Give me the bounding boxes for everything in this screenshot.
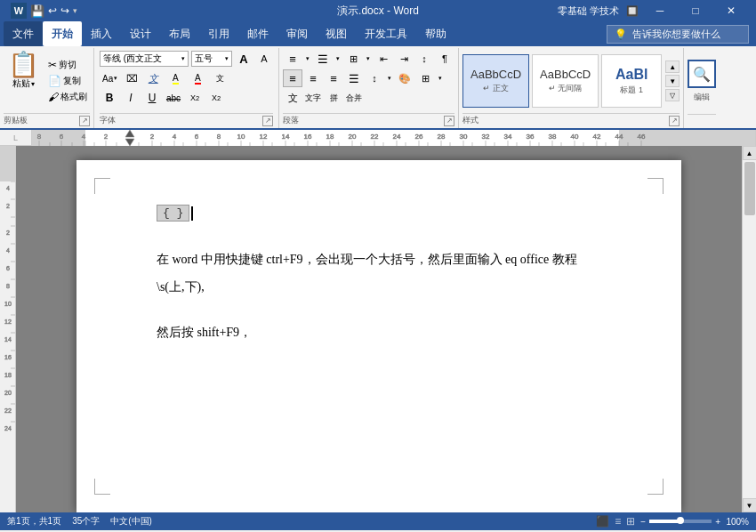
- minimize-btn[interactable]: ─: [646, 0, 674, 21]
- sort-btn[interactable]: ↕: [414, 50, 434, 68]
- font-color-btn[interactable]: A: [188, 69, 207, 87]
- subscript-btn[interactable]: X2: [185, 89, 205, 107]
- print-layout-view-btn[interactable]: ⬛: [596, 515, 609, 528]
- paste-button[interactable]: 📋 粘贴▾: [4, 50, 44, 112]
- search-btn[interactable]: 🔍: [688, 60, 716, 88]
- svg-text:2: 2: [104, 133, 109, 141]
- menu-item-insert[interactable]: 插入: [82, 21, 121, 46]
- multilevel-dropdown[interactable]: ▾: [364, 50, 373, 68]
- menu-item-file[interactable]: 文件: [4, 21, 43, 46]
- wenzige-btn[interactable]: 文字: [303, 89, 323, 107]
- numbering-btn[interactable]: ☰: [313, 50, 333, 68]
- paragraph-dialog-launcher[interactable]: ↗: [444, 116, 454, 126]
- align-center-btn[interactable]: ≡: [303, 69, 323, 87]
- strikethrough-btn[interactable]: abc: [164, 89, 183, 107]
- underline-btn[interactable]: U: [142, 89, 162, 107]
- zoom-in-btn[interactable]: +: [715, 517, 720, 527]
- text-effect-btn[interactable]: 文: [143, 69, 163, 87]
- font-name-select[interactable]: 等线 (西文正文 ▾: [100, 51, 189, 67]
- styles-section: AaBbCcD ↵ 正文 AaBbCcD ↵ 无间隔 AaBl 标题 1 ▲ ▼…: [459, 48, 684, 128]
- menu-item-help[interactable]: 帮助: [416, 21, 455, 46]
- menu-item-developer[interactable]: 开发工具: [356, 21, 416, 46]
- show-marks-btn[interactable]: ¶: [435, 50, 454, 68]
- scroll-thumb[interactable]: [744, 162, 755, 215]
- style-heading1[interactable]: AaBl 标题 1: [601, 54, 662, 108]
- menu-item-mailings[interactable]: 邮件: [238, 21, 277, 46]
- redo-quick-btn[interactable]: ↪: [60, 4, 69, 17]
- align-left-btn[interactable]: ≡: [283, 69, 302, 87]
- save-quick-btn[interactable]: 💾: [30, 4, 44, 18]
- clipboard-dialog-launcher[interactable]: ↗: [79, 116, 90, 126]
- style-no-spacing[interactable]: AaBbCcD ↵ 无间隔: [532, 54, 599, 108]
- styles-dialog-launcher[interactable]: ↗: [669, 116, 680, 126]
- svg-text:10: 10: [237, 133, 245, 141]
- svg-text:4: 4: [6, 185, 10, 191]
- paragraph-section: ≡ ▾ ☰ ▾ ⊞ ▾ ⇤ ⇥ ↕ ¶ ≡ ≡ ≡ ☰ ↕ ▾ 🎨 ⊞: [279, 48, 459, 128]
- styles-expand[interactable]: ▽: [665, 89, 680, 101]
- bold-btn[interactable]: B: [100, 89, 119, 107]
- align-right-btn[interactable]: ≡: [324, 69, 343, 87]
- ruler-corner[interactable]: L: [0, 130, 32, 145]
- menu-item-review[interactable]: 审阅: [277, 21, 317, 46]
- styles-scroll-up[interactable]: ▲: [665, 60, 680, 73]
- superscript-btn[interactable]: X2: [206, 89, 226, 107]
- cut-button[interactable]: ✂剪切: [45, 58, 90, 72]
- menu-item-design[interactable]: 设计: [121, 21, 160, 46]
- combine-char-btn[interactable]: 合并: [344, 89, 364, 107]
- copy-button[interactable]: 📄复制: [45, 74, 90, 88]
- menu-item-layout[interactable]: 布局: [160, 21, 199, 46]
- scroll-down-btn[interactable]: ▼: [743, 498, 757, 512]
- bullets-btn[interactable]: ≡: [283, 50, 302, 68]
- font-shrink-btn[interactable]: A: [255, 50, 273, 68]
- bullets-dropdown[interactable]: ▾: [303, 50, 312, 68]
- tell-me-search[interactable]: 💡 告诉我你想要做什么: [607, 25, 749, 44]
- font-section: 等线 (西文正文 ▾ 五号▾ A A Aa▾ ⌧ 文 A A: [94, 48, 279, 128]
- justify-btn[interactable]: ☰: [344, 69, 364, 87]
- zoom-out-btn[interactable]: −: [640, 517, 646, 527]
- word-count[interactable]: 35个字: [72, 515, 100, 528]
- multilevel-btn[interactable]: ⊞: [343, 50, 363, 68]
- quick-access-more-btn[interactable]: ▾: [73, 6, 77, 15]
- clear-format-btn[interactable]: ⌧: [123, 69, 141, 87]
- svg-text:20: 20: [4, 390, 12, 396]
- document-canvas[interactable]: { } 在 word 中用快捷键 ctrl+F9，会出现一个大括号，然后里面输入…: [16, 146, 742, 512]
- border-dropdown[interactable]: ▾: [436, 69, 445, 87]
- increase-indent-btn[interactable]: ⇥: [394, 50, 414, 68]
- outline-view-btn[interactable]: ⊞: [626, 515, 635, 528]
- border-btn[interactable]: ⊞: [415, 69, 435, 87]
- change-case-btn[interactable]: Aa▾: [100, 73, 120, 85]
- menu-item-references[interactable]: 引用: [199, 21, 238, 46]
- language[interactable]: 中文(中国): [110, 515, 152, 528]
- right-label: 零基础 学技术: [558, 4, 619, 18]
- highlight-color-btn[interactable]: A: [165, 69, 185, 87]
- svg-text:2: 2: [6, 203, 10, 209]
- styles-section-label: 样式: [462, 115, 479, 126]
- vertical-scrollbar[interactable]: ▲ ▼: [742, 146, 756, 512]
- zoom-level[interactable]: 100%: [724, 517, 749, 527]
- format-painter-button[interactable]: 🖌格式刷: [45, 90, 90, 104]
- char-spacing-btn[interactable]: 文: [210, 69, 229, 87]
- style-normal[interactable]: AaBbCcD ↵ 正文: [462, 54, 529, 108]
- menu-item-home[interactable]: 开始: [43, 21, 82, 46]
- scroll-up-btn[interactable]: ▲: [743, 146, 757, 160]
- font-grow-btn[interactable]: A: [235, 50, 253, 68]
- font-size-select[interactable]: 五号▾: [191, 51, 232, 67]
- line-spacing-btn[interactable]: ↕: [365, 69, 384, 87]
- shading-btn[interactable]: 🎨: [395, 69, 414, 87]
- phon-btn[interactable]: 拼: [324, 89, 343, 107]
- font-dialog-launcher[interactable]: ↗: [262, 116, 273, 126]
- web-layout-view-btn[interactable]: ≡: [615, 515, 621, 528]
- close-btn[interactable]: ✕: [717, 0, 745, 21]
- undo-quick-btn[interactable]: ↩: [48, 4, 57, 17]
- zoom-slider[interactable]: [649, 520, 712, 523]
- numbering-dropdown[interactable]: ▾: [334, 50, 342, 68]
- page-count[interactable]: 第1页，共1页: [7, 515, 61, 528]
- svg-text:6: 6: [60, 133, 64, 141]
- chinese-layout-btn[interactable]: 文: [283, 89, 302, 107]
- italic-btn[interactable]: I: [121, 89, 141, 107]
- menu-item-view[interactable]: 视图: [317, 21, 356, 46]
- styles-scroll-down[interactable]: ▼: [665, 75, 680, 87]
- restore-btn[interactable]: □: [681, 0, 710, 21]
- decrease-indent-btn[interactable]: ⇤: [374, 50, 393, 68]
- line-spacing-dropdown[interactable]: ▾: [385, 69, 394, 87]
